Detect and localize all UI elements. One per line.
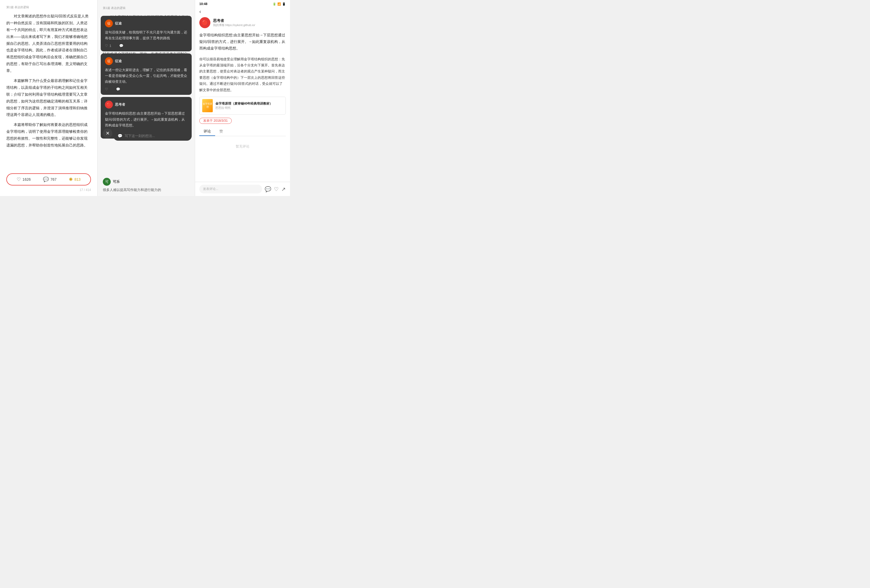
action-bar: ♡ 1626 💬 767 ✺ 813 bbox=[6, 173, 91, 186]
book-card[interactable]: 金字塔原理 金字塔原理（麦肯锡40年经典培训教材） 芭芭拉·明托 bbox=[199, 97, 286, 114]
reply-action-1[interactable]: 💬 bbox=[116, 87, 120, 91]
last-comment: 可 可乐 很多人难以提高写作能力和进行能力的 bbox=[98, 175, 195, 196]
book-title: 金字塔原理（麦肯锡40年经典培训教材） bbox=[215, 101, 273, 106]
comment-icon-footer[interactable]: 💬 bbox=[265, 186, 271, 192]
comment-text-2: 金字塔结构组织思想:由主要思想开始→下层思想通过疑问/回答的方式，进行展开。→如… bbox=[105, 111, 188, 128]
back-button[interactable]: ‹ bbox=[199, 9, 201, 15]
last-comment-text: 很多人难以提高写作能力和进行能力的 bbox=[103, 187, 189, 193]
overlay-cards: 征 征途 这句话很关键，给我指明了不光只是学习沟通方面，还有在生活处理琐事方面，… bbox=[98, 16, 195, 138]
comment-input-bar[interactable]: 💬 写下这一刻的想法... bbox=[113, 131, 192, 141]
signal-icon: 📱 bbox=[282, 2, 286, 6]
comment-input-placeholder: 写下这一刻的想法... bbox=[125, 134, 155, 138]
user-row-0: 征 征途 bbox=[105, 19, 188, 27]
comment-text-1: 表述一些让大家听进去，理解了，记住的东西很难，看一看是否能够让受众心头一震，引起… bbox=[105, 67, 188, 85]
status-time: 10:48 bbox=[199, 2, 207, 6]
like-action-0[interactable]: ♡ 1 bbox=[105, 44, 111, 48]
comment-count: 767 bbox=[51, 177, 57, 181]
publish-date: 发表于 2018/3/31 bbox=[199, 118, 232, 124]
wifi-icon: 📶 bbox=[277, 2, 281, 6]
last-avatar: 可 bbox=[103, 178, 111, 186]
comment-button[interactable]: 💬 767 bbox=[43, 177, 57, 182]
tabs-row: 评论 赞 bbox=[199, 128, 286, 136]
username-1: 征途 bbox=[115, 59, 122, 64]
status-bar: 10:48 🔋 📶 📱 bbox=[195, 0, 290, 7]
comment-card-1: 征 征途 表述一些让大家听进去，理解了，记住的东西很难，看一看是否能够让受众心头… bbox=[101, 53, 192, 95]
page-number: 17 / 414 bbox=[6, 188, 91, 192]
author-link: 我的博客:https://sykent.github.io/ bbox=[213, 23, 255, 27]
comment-bubble-icon: 💬 bbox=[118, 134, 122, 138]
book-cover-image: 金字塔原理 bbox=[202, 99, 213, 112]
book-sub: 芭芭拉·明托 bbox=[215, 106, 273, 110]
heart-icon-footer[interactable]: ♡ bbox=[274, 186, 279, 192]
panel-reading: 第1篇 表达的逻辑 对文章阐述的思想作出疑问/回答式反应是人类的一种自然反应，没… bbox=[0, 0, 98, 196]
user-row-2: 🔴 思考者 bbox=[105, 101, 188, 108]
reply-icon-1: 💬 bbox=[116, 87, 120, 91]
like-count: 1626 bbox=[22, 177, 31, 181]
paragraph-1: 对文章阐述的思想作出疑问/回答式反应是人类的一种自然反应，没有国籍和民族的区别。… bbox=[6, 13, 91, 74]
comment-actions-1: ♡ 💬 bbox=[105, 87, 188, 91]
share-button[interactable]: ✺ 813 bbox=[69, 177, 80, 182]
panel2-header: 第1篇 表达的逻辑 bbox=[103, 5, 189, 10]
heart-icon: ♡ bbox=[16, 177, 21, 182]
comment-input[interactable]: 发表评论... bbox=[199, 185, 262, 193]
sub-quote: 你可以很容易地使受众理解用金字塔结构组织的思想：先从金字塔的最顶端开始，沿各个分… bbox=[199, 56, 286, 93]
author-info: 思考者 我的博客:https://sykent.github.io/ bbox=[213, 18, 255, 27]
reply-icon-0: 💬 bbox=[119, 44, 124, 48]
no-comment-text: 暂无评论 bbox=[199, 140, 286, 153]
user-row-1: 征 征途 bbox=[105, 57, 188, 65]
avatar-1: 征 bbox=[105, 57, 113, 65]
panel1-content: 对文章阐述的思想作出疑问/回答式反应是人类的一种自然反应，没有国籍和民族的区别。… bbox=[6, 13, 91, 170]
panel1-footer: ♡ 1626 💬 767 ✺ 813 17 / 414 bbox=[6, 173, 91, 192]
paragraph-2: 本篇解释了为什么受众最容易理解和记住金字塔结构，以及组成金字塔的子结构之间如何互… bbox=[6, 77, 91, 118]
p3-body: 🔴 思考者 我的博客:https://sykent.github.io/ 金字塔… bbox=[195, 17, 290, 182]
author-avatar: 🔴 bbox=[199, 17, 210, 28]
panel-article-detail: 10:48 🔋 📶 📱 ‹ 🔴 思考者 我的博客:https://sykent.… bbox=[195, 0, 290, 196]
last-user-row: 可 可乐 bbox=[103, 178, 189, 186]
status-icons: 🔋 📶 📱 bbox=[273, 2, 286, 6]
book-info: 金字塔原理（麦肯锡40年经典培训教材） 芭芭拉·明托 bbox=[215, 101, 273, 110]
share-icon-footer[interactable]: ↗ bbox=[281, 186, 286, 192]
comment-actions-0: ♡ 1 💬 bbox=[105, 44, 188, 48]
battery-icon: 🔋 bbox=[273, 2, 276, 6]
panel1-header: 第1篇 表达的逻辑 bbox=[6, 5, 91, 9]
tab-comment[interactable]: 评论 bbox=[199, 128, 215, 136]
author-row: 🔴 思考者 我的博客:https://sykent.github.io/ bbox=[199, 17, 286, 28]
share-count: 813 bbox=[74, 177, 80, 181]
avatar-2: 🔴 bbox=[105, 101, 113, 108]
p3-back-header: ‹ bbox=[195, 7, 290, 17]
reply-action-0[interactable]: 💬 bbox=[119, 44, 124, 48]
heart-icon-0: ♡ bbox=[105, 44, 108, 48]
author-name: 思考者 bbox=[213, 18, 255, 23]
username-2: 思考者 bbox=[115, 102, 125, 107]
share-icon: ✺ bbox=[69, 177, 73, 182]
like-count-0: 1 bbox=[109, 44, 111, 48]
comment-icon: 💬 bbox=[43, 177, 49, 182]
tab-like[interactable]: 赞 bbox=[215, 128, 227, 136]
panel-comments-overlay: 第1篇 表达的逻辑 对文章阐述的思想作出疑问/回答式反应是人类的一种自然反应，没… bbox=[98, 0, 195, 196]
heart-icon-1: ♡ bbox=[105, 87, 108, 91]
main-quote: 金字塔结构组织思想:由主要思想开始→下层思想通过疑问/回答的方式，进行展开。→如… bbox=[199, 32, 286, 52]
like-button[interactable]: ♡ 1626 bbox=[16, 177, 31, 182]
last-username: 可乐 bbox=[113, 180, 120, 184]
close-overlay-button[interactable]: ✕ bbox=[103, 129, 112, 138]
avatar-0: 征 bbox=[105, 19, 113, 27]
p3-footer: 发表评论... 💬 ♡ ↗ bbox=[195, 182, 290, 196]
like-action-1[interactable]: ♡ bbox=[105, 87, 108, 91]
paragraph-3: 本篇将帮助你了解如何将要表达的思想组织成金字塔结构，说明了使用金字塔原理能够检查… bbox=[6, 122, 91, 149]
username-0: 征途 bbox=[115, 21, 122, 26]
comment-card-0: 征 征途 这句话很关键，给我指明了不光只是学习沟通方面，还有在生活处理琐事方面，… bbox=[101, 16, 192, 51]
comment-text-0: 这句话很关键，给我指明了不光只是学习沟通方面，还有在生活处理琐事方面，提供了思考… bbox=[105, 30, 188, 41]
